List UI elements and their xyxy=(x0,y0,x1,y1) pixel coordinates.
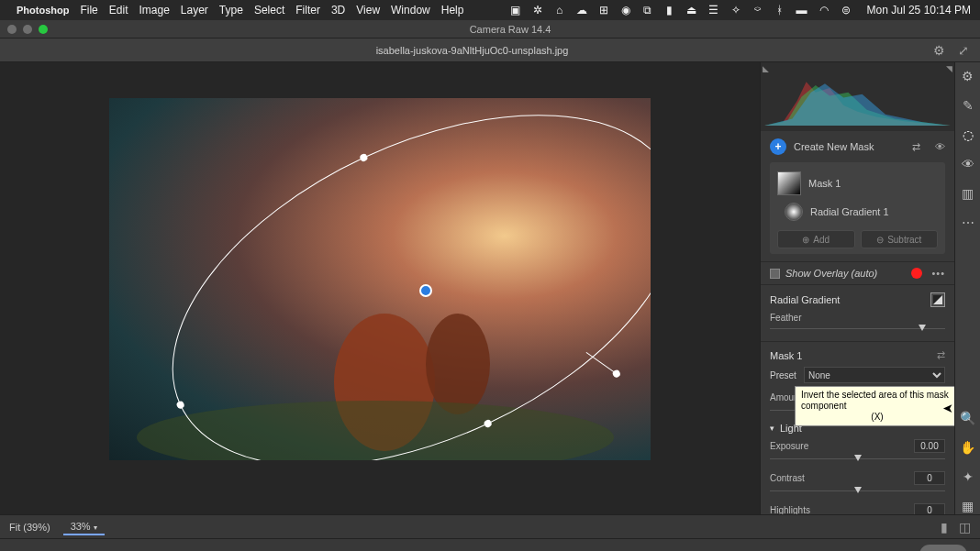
exposure-slider[interactable] xyxy=(770,455,945,464)
app-name[interactable]: Photoshop xyxy=(17,5,69,16)
presets-icon[interactable]: ▥ xyxy=(960,185,976,202)
image-preview[interactable] xyxy=(109,98,651,460)
tray-icon[interactable]: ▮ xyxy=(663,4,676,17)
exposure-label: Exposure xyxy=(770,441,808,451)
menu-file[interactable]: File xyxy=(80,4,97,17)
gear-icon[interactable]: ⚙ xyxy=(933,43,945,58)
menu-layer[interactable]: Layer xyxy=(181,4,208,17)
contrast-value[interactable]: 0 xyxy=(914,471,945,485)
status-bar: Fit (39%) 33% ▾ ▮ ◫ xyxy=(0,514,980,538)
invert-mask-icon[interactable]: ⇄ xyxy=(912,141,920,153)
tray-icon[interactable]: ⏏ xyxy=(685,4,698,17)
show-overlay-checkbox[interactable] xyxy=(770,269,780,279)
mask-component-name: Radial Gradient 1 xyxy=(810,206,889,217)
hand-icon[interactable]: ✋ xyxy=(960,439,976,456)
control-center-icon[interactable]: ⊜ xyxy=(840,4,852,17)
menu-window[interactable]: Window xyxy=(391,4,430,17)
mask-edit-title: Mask 1 xyxy=(770,350,802,361)
mask-item[interactable]: Mask 1 xyxy=(777,168,938,199)
clip-highlight-icon[interactable]: ◥ xyxy=(946,64,952,73)
create-mask-button[interactable]: + xyxy=(770,138,786,155)
crop-icon[interactable]: ✎ xyxy=(960,97,976,114)
canvas-area[interactable] xyxy=(0,62,760,514)
sampler-icon[interactable]: ✦ xyxy=(960,468,976,485)
tool-strip: ⚙ ✎ ◌ 👁 ▥ ⋯ 🔍 ✋ ✦ ▦ xyxy=(954,62,980,514)
edit-icon[interactable]: ⚙ xyxy=(960,68,976,84)
tray-icon[interactable]: ▣ xyxy=(509,4,522,17)
mask-subtract-button[interactable]: ⊖Subtract xyxy=(861,230,939,248)
menu-select[interactable]: Select xyxy=(254,4,284,17)
masking-icon[interactable]: ◌ xyxy=(960,127,976,143)
tray-icon[interactable]: ☁ xyxy=(575,4,588,17)
feather-slider[interactable] xyxy=(770,325,945,334)
tray-icon[interactable]: ⌂ xyxy=(553,4,566,17)
window-titlebar: Camera Raw 14.4 xyxy=(0,20,980,39)
contrast-slider[interactable] xyxy=(770,487,945,496)
menu-3d[interactable]: 3D xyxy=(331,4,345,17)
show-overlay-label: Show Overlay (auto) xyxy=(785,268,877,279)
reset-mask-icon[interactable]: ⇄ xyxy=(937,349,945,361)
tray-icon[interactable]: ⌔ xyxy=(752,4,764,17)
clock[interactable]: Mon Jul 25 10:14 PM xyxy=(867,4,971,17)
preset-select[interactable]: None xyxy=(804,367,945,383)
radial-section-title: Radial Gradient xyxy=(770,294,840,305)
mask-component-item[interactable]: Radial Gradient 1 xyxy=(777,199,938,225)
highlights-label: Highlights xyxy=(770,505,810,514)
menu-edit[interactable]: Edit xyxy=(109,4,128,17)
svg-point-2 xyxy=(137,401,614,460)
ok-button[interactable]: OK xyxy=(919,545,967,552)
tray-icon[interactable]: ⧉ xyxy=(641,4,654,17)
highlights-value[interactable]: 0 xyxy=(914,503,945,514)
compare-icon[interactable]: ◫ xyxy=(959,520,971,534)
preset-label: Preset xyxy=(770,370,796,380)
battery-icon[interactable]: ▬ xyxy=(796,4,808,17)
overlay-options-icon[interactable]: ••• xyxy=(931,268,945,279)
macos-tray: ▣ ✲ ⌂ ☁ ⊞ ◉ ⧉ ▮ ⏏ ☰ ✧ ⌔ ᚼ ▬ ◠ ⊜ Mon Jul … xyxy=(509,4,971,17)
grid-icon[interactable]: ▦ xyxy=(960,498,976,514)
menu-image[interactable]: Image xyxy=(139,4,169,17)
minimize-window[interactable] xyxy=(23,25,32,34)
fullscreen-icon[interactable]: ⤢ xyxy=(958,43,969,58)
window-title: Camera Raw 14.4 xyxy=(48,24,973,35)
cancel-button[interactable]: Cancel xyxy=(844,545,908,552)
mask-name: Mask 1 xyxy=(808,178,841,189)
menu-help[interactable]: Help xyxy=(441,4,464,17)
redeye-icon[interactable]: 👁 xyxy=(960,156,976,172)
menu-type[interactable]: Type xyxy=(219,4,243,17)
mask-add-button[interactable]: ⊕Add xyxy=(777,230,855,248)
filmstrip-icon[interactable]: ▮ xyxy=(941,520,948,534)
histogram[interactable]: ◣ ◥ xyxy=(761,62,954,131)
wifi-icon[interactable]: ◠ xyxy=(818,4,830,17)
more-icon[interactable]: ⋯ xyxy=(960,215,976,231)
close-window[interactable] xyxy=(7,25,17,34)
bluetooth-icon[interactable]: ᚼ xyxy=(774,4,786,17)
zoom-icon[interactable]: 🔍 xyxy=(960,410,976,426)
feather-label: Feather xyxy=(770,313,801,323)
create-mask-label: Create New Mask xyxy=(794,141,874,152)
contrast-label: Contrast xyxy=(770,473,805,483)
visibility-icon[interactable]: 👁 xyxy=(935,141,945,152)
overlay-color-swatch[interactable] xyxy=(911,268,922,279)
mask-thumbnail xyxy=(777,171,801,195)
radial-icon xyxy=(785,203,803,221)
clip-shadow-icon[interactable]: ◣ xyxy=(763,64,769,73)
document-bar: isabella-juskova-9aNltHjuOc0-unsplash.jp… xyxy=(0,39,980,62)
chevron-down-icon[interactable]: ▾ xyxy=(770,424,774,433)
traffic-lights xyxy=(7,25,48,34)
tray-icon[interactable]: ☰ xyxy=(707,4,720,17)
menu-filter[interactable]: Filter xyxy=(295,4,320,17)
fit-label[interactable]: Fit (39%) xyxy=(9,522,50,533)
tray-icon[interactable]: ✧ xyxy=(729,4,742,17)
exposure-value[interactable]: 0.00 xyxy=(914,439,945,453)
invert-mask-component-button[interactable] xyxy=(930,292,945,307)
tray-icon[interactable]: ⊞ xyxy=(597,4,610,17)
menu-view[interactable]: View xyxy=(356,4,380,17)
maximize-window[interactable] xyxy=(39,25,48,34)
tray-icon[interactable]: ◉ xyxy=(619,4,632,17)
svg-point-1 xyxy=(426,314,490,414)
mask-list: Mask 1 Radial Gradient 1 ⊕Add ⊖Subtract xyxy=(770,162,945,254)
macos-menubar: Photoshop File Edit Image Layer Type Sel… xyxy=(0,0,980,20)
tray-icon[interactable]: ✲ xyxy=(531,4,544,17)
zoom-select[interactable]: 33% ▾ xyxy=(63,519,105,535)
dialog-button-bar: Cancel OK xyxy=(0,538,980,551)
